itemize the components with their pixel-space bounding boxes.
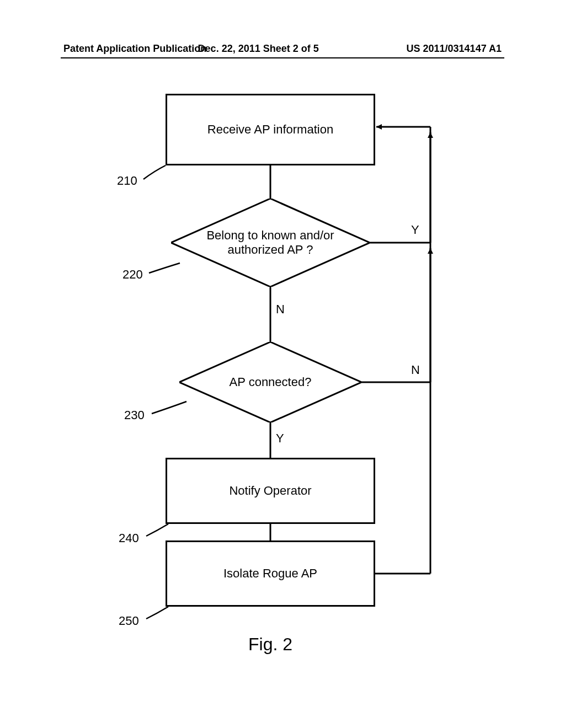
flow-decision-label: AP connected?: [179, 375, 361, 389]
flow-step-210: Receive AP information: [166, 94, 375, 165]
flow-step-240: Notify Operator: [166, 458, 375, 524]
ref-210: 210: [117, 174, 137, 188]
header-rule: [61, 57, 504, 58]
flow-step-label: Notify Operator: [229, 484, 311, 498]
page-header: Patent Application Publication Dec. 22, …: [0, 43, 565, 59]
flow-step-250: Isolate Rogue AP: [166, 540, 375, 607]
figure-caption: Fig. 2: [248, 634, 292, 655]
header-center: Dec. 22, 2011 Sheet 2 of 5: [198, 43, 319, 55]
edge-220-y: Y: [411, 223, 419, 237]
edge-230-n: N: [411, 363, 420, 377]
header-left: Patent Application Publication: [63, 43, 206, 55]
ref-230: 230: [124, 408, 145, 422]
edge-230-y: Y: [276, 431, 284, 446]
flowchart-canvas: Receive AP information 210 Belong to kno…: [0, 83, 565, 662]
flow-step-label: Isolate Rogue AP: [223, 566, 317, 581]
edge-220-n: N: [276, 302, 285, 317]
flow-decision-220: Belong to known and/or authorized AP ?: [171, 199, 370, 287]
header-right: US 2011/0314147 A1: [407, 43, 502, 55]
ref-250: 250: [119, 614, 139, 628]
flow-decision-label: Belong to known and/or authorized AP ?: [171, 228, 370, 258]
flow-decision-230: AP connected?: [179, 342, 361, 422]
flow-step-label: Receive AP information: [207, 122, 333, 137]
ref-240: 240: [119, 531, 139, 545]
ref-220: 220: [122, 267, 143, 282]
